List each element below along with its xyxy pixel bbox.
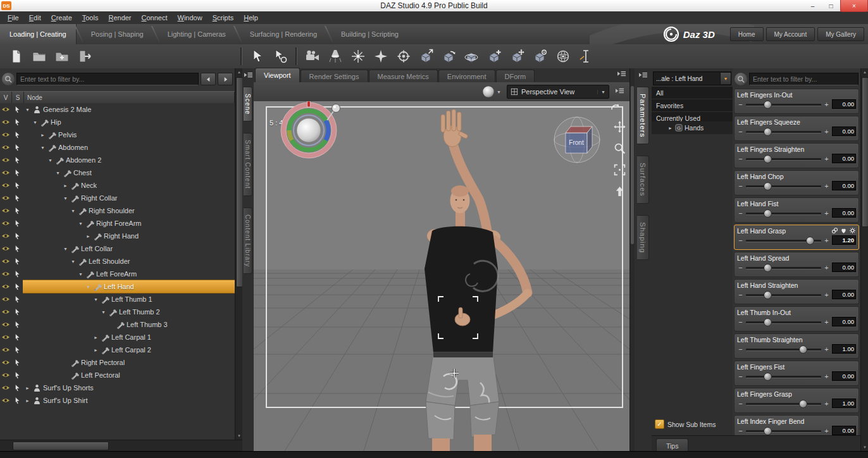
scene-node-left-forearm[interactable]: ▼Left ForeArm <box>23 268 235 280</box>
expander-icon[interactable]: ► <box>85 234 92 238</box>
param-item-all[interactable]: All <box>652 87 733 99</box>
column-visibility[interactable]: V <box>0 92 12 103</box>
viewport-tab-dform[interactable]: DForm <box>496 70 535 82</box>
slider-value[interactable]: 0.00 <box>832 426 856 435</box>
visibility-icon[interactable] <box>0 333 11 341</box>
viewport-tab-environment[interactable]: Environment <box>438 70 495 82</box>
pin-icon[interactable] <box>325 102 342 121</box>
increment-button[interactable]: + <box>823 372 830 381</box>
selectability-icon[interactable] <box>11 220 23 227</box>
visibility-icon[interactable] <box>0 106 11 113</box>
menu-scripts[interactable]: Scripts <box>208 14 239 22</box>
scene-node-left-hand[interactable]: ▼Left Hand <box>23 280 235 294</box>
visibility-icon[interactable] <box>0 182 11 189</box>
viewport-tab-render-settings[interactable]: Render Settings <box>301 70 368 82</box>
slider-value[interactable]: 0.00 <box>832 127 856 136</box>
slider-value[interactable]: 0.00 <box>832 317 856 326</box>
view-cube[interactable]: Front <box>549 111 605 168</box>
selectability-icon[interactable] <box>11 156 23 164</box>
draw-style-icon[interactable]: ▼ <box>481 85 501 99</box>
slider-value[interactable]: 0.00 <box>832 371 856 381</box>
activity-tab-posing-shaping[interactable]: Posing | Shaping <box>82 24 153 44</box>
decrement-button[interactable]: − <box>737 426 744 435</box>
scene-node-genesis-2-male[interactable]: ▼Genesis 2 Male <box>23 103 235 116</box>
scene-node-left-shoulder[interactable]: ▼Left Shoulder <box>23 255 235 268</box>
scene-node-abdomen-2[interactable]: ▼Abdomen 2 <box>23 154 235 166</box>
decrement-button[interactable]: − <box>737 318 744 326</box>
viewport-3d[interactable]: 5 : 4 <box>254 101 629 451</box>
universal-tool-icon[interactable] <box>394 47 413 66</box>
visibility-icon[interactable] <box>0 118 11 126</box>
visibility-icon[interactable] <box>0 257 11 265</box>
expander-icon[interactable]: ► <box>667 126 674 130</box>
scene-node-hip[interactable]: ▼Hip <box>23 116 235 128</box>
increment-button[interactable]: + <box>823 345 830 354</box>
show-sub-items-checkbox[interactable]: ✓ <box>655 419 664 429</box>
expander-icon[interactable]: ▼ <box>70 209 77 213</box>
link-icon[interactable] <box>831 227 838 234</box>
menu-file[interactable]: File <box>3 14 24 22</box>
expander-icon[interactable]: ▼ <box>70 259 77 264</box>
my-account-button[interactable]: My Account <box>766 27 815 41</box>
visibility-icon[interactable] <box>0 295 11 303</box>
slider-track[interactable] <box>746 208 821 218</box>
decrement-button[interactable]: − <box>737 345 744 354</box>
slider-track[interactable] <box>746 127 821 137</box>
slider-track[interactable] <box>746 399 821 409</box>
camera-tool-icon[interactable] <box>303 47 322 66</box>
decrement-button[interactable]: − <box>737 399 744 408</box>
scene-node-chest[interactable]: ▼Chest <box>23 166 235 179</box>
expander-icon[interactable]: ► <box>24 386 31 390</box>
slider-handle[interactable] <box>764 318 772 326</box>
scene-node-left-carpal-1[interactable]: ►Left Carpal 1 <box>23 331 235 344</box>
scene-node-abdomen[interactable]: ▼Abdomen <box>23 141 235 154</box>
selectability-icon[interactable] <box>11 359 23 366</box>
selectability-icon[interactable] <box>11 194 23 202</box>
viewport-tab-viewport[interactable]: Viewport <box>255 68 300 82</box>
import-file-icon[interactable] <box>75 47 94 66</box>
expander-icon[interactable]: ► <box>62 183 69 188</box>
sliders-filter-input[interactable] <box>749 73 859 85</box>
selectability-icon[interactable] <box>11 371 23 379</box>
activity-tab-loading-creating[interactable]: Loading | Creating <box>0 24 77 44</box>
increment-button[interactable]: + <box>823 100 830 109</box>
home-view-icon[interactable] <box>613 185 626 198</box>
selectability-icon[interactable] <box>11 182 23 189</box>
visibility-icon[interactable] <box>0 283 11 290</box>
slider-value[interactable]: 1.00 <box>832 344 856 354</box>
slider-handle[interactable] <box>806 237 814 245</box>
selectability-icon[interactable] <box>11 384 23 392</box>
decrement-button[interactable]: − <box>737 209 744 218</box>
visibility-icon[interactable] <box>0 270 11 278</box>
increment-button[interactable]: + <box>823 209 830 218</box>
column-node[interactable]: Node <box>24 92 235 103</box>
visibility-icon[interactable] <box>0 194 11 202</box>
pane-options-icon[interactable] <box>617 69 626 80</box>
scene-node-pelvis[interactable]: ►Pelvis <box>23 128 235 141</box>
scene-filter-input[interactable] <box>16 73 199 85</box>
menu-edit[interactable]: Edit <box>24 14 46 22</box>
slider-track[interactable] <box>746 235 821 245</box>
filter-prev-button[interactable] <box>201 73 216 85</box>
visibility-icon[interactable] <box>0 384 11 392</box>
filter-next-button[interactable] <box>218 73 233 85</box>
slider-track[interactable] <box>746 344 821 354</box>
left-dock-tab-content-library[interactable]: Content Library <box>244 207 252 274</box>
favorite-icon[interactable] <box>840 227 847 234</box>
expander-icon[interactable]: ► <box>92 348 99 352</box>
orbit-tool-icon[interactable] <box>462 47 481 66</box>
visibility-icon[interactable] <box>0 220 11 227</box>
open-file-icon[interactable] <box>30 47 49 66</box>
right-dock-tab-shaping[interactable]: Shaping <box>637 215 649 260</box>
decrement-button[interactable]: − <box>737 182 744 190</box>
slider-track[interactable] <box>746 317 821 327</box>
selectability-icon[interactable] <box>11 131 23 139</box>
increment-button[interactable]: + <box>823 426 830 435</box>
maximize-button[interactable]: □ <box>822 0 840 11</box>
increment-button[interactable]: + <box>823 263 830 272</box>
activity-tab-building-scripting[interactable]: Building | Scripting <box>332 24 408 44</box>
scene-node-left-thumb-1[interactable]: ▼Left Thumb 1 <box>23 293 235 306</box>
visibility-icon[interactable] <box>0 245 11 252</box>
expander-icon[interactable]: ▼ <box>77 221 84 226</box>
genesis-figure[interactable] <box>399 104 545 451</box>
